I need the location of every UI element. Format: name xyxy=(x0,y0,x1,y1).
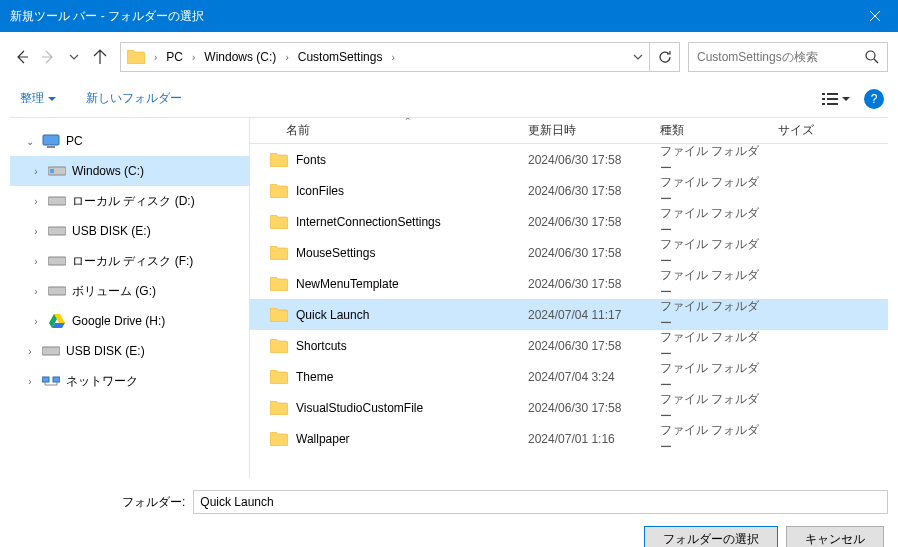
chevron-right-icon[interactable]: › xyxy=(388,52,397,63)
expand-icon[interactable]: › xyxy=(30,316,42,327)
drive-icon xyxy=(48,253,66,269)
expand-icon[interactable]: › xyxy=(30,256,42,267)
expand-icon[interactable]: › xyxy=(24,346,36,357)
file-date: 2024/06/30 17:58 xyxy=(518,153,650,167)
column-size[interactable]: サイズ xyxy=(768,122,828,139)
chevron-right-icon[interactable]: › xyxy=(282,52,291,63)
folder-icon xyxy=(270,215,288,229)
file-row[interactable]: NewMenuTemplate2024/06/30 17:58ファイル フォルダ… xyxy=(250,268,888,299)
tree-item-pc[interactable]: ⌄ PC xyxy=(10,126,249,156)
chevron-down-icon xyxy=(69,52,79,62)
main-pane: ⌄ PC › Windows (C:) › ローカル ディスク (D:) › U… xyxy=(10,118,888,478)
file-type: ファイル フォルダー xyxy=(650,360,768,394)
chevron-right-icon[interactable]: › xyxy=(189,52,198,63)
file-name: Fonts xyxy=(296,153,326,167)
expand-icon[interactable]: › xyxy=(24,376,36,387)
folder-icon xyxy=(270,153,288,167)
arrow-right-icon xyxy=(40,49,56,65)
svg-rect-10 xyxy=(50,169,54,173)
file-row[interactable]: Quick Launch2024/07/04 11:17ファイル フォルダー xyxy=(250,299,888,330)
svg-rect-11 xyxy=(48,197,66,205)
expand-icon[interactable]: › xyxy=(30,226,42,237)
file-row[interactable]: Shortcuts2024/06/30 17:58ファイル フォルダー xyxy=(250,330,888,361)
select-folder-button[interactable]: フォルダーの選択 xyxy=(644,526,778,547)
expand-icon[interactable]: › xyxy=(30,166,42,177)
svg-rect-17 xyxy=(53,377,60,382)
svg-rect-15 xyxy=(42,347,60,355)
usb-drive-icon xyxy=(48,223,66,239)
organize-button[interactable]: 整理 xyxy=(20,90,56,107)
file-date: 2024/06/30 17:58 xyxy=(518,277,650,291)
svg-rect-1 xyxy=(822,93,825,95)
file-type: ファイル フォルダー xyxy=(650,298,768,332)
view-button[interactable] xyxy=(816,88,856,110)
file-row[interactable]: InternetConnectionSettings2024/06/30 17:… xyxy=(250,206,888,237)
tree-item-network[interactable]: › ネットワーク xyxy=(10,366,249,396)
arrow-up-icon xyxy=(92,49,108,65)
search-input[interactable] xyxy=(689,50,857,64)
tree-item-gdrive-h[interactable]: › Google Drive (H:) xyxy=(10,306,249,336)
file-row[interactable]: Wallpaper2024/07/01 1:16ファイル フォルダー xyxy=(250,423,888,454)
folder-icon xyxy=(270,370,288,384)
back-button[interactable] xyxy=(10,45,34,69)
breadcrumb-root[interactable] xyxy=(121,43,151,71)
file-date: 2024/07/04 11:17 xyxy=(518,308,650,322)
forward-button[interactable] xyxy=(36,45,60,69)
folder-input[interactable] xyxy=(193,490,888,514)
file-row[interactable]: Theme2024/07/04 3:24ファイル フォルダー xyxy=(250,361,888,392)
breadcrumb-customsettings[interactable]: CustomSettings xyxy=(292,43,389,71)
close-button[interactable] xyxy=(852,0,898,32)
address-dropdown[interactable] xyxy=(627,43,649,71)
folder-icon xyxy=(270,308,288,322)
caret-down-icon xyxy=(842,95,850,103)
file-pane: ⌃ 名前 更新日時 種類 サイズ Fonts2024/06/30 17:58ファ… xyxy=(250,118,888,478)
svg-rect-12 xyxy=(48,227,66,235)
up-button[interactable] xyxy=(88,45,112,69)
file-row[interactable]: IconFiles2024/06/30 17:58ファイル フォルダー xyxy=(250,175,888,206)
tree-item-local-f[interactable]: › ローカル ディスク (F:) xyxy=(10,246,249,276)
usb-drive-icon xyxy=(42,343,60,359)
list-view-icon xyxy=(822,92,838,106)
sort-indicator-icon: ⌃ xyxy=(404,118,412,126)
file-row[interactable]: VisualStudioCustomFile2024/06/30 17:58ファ… xyxy=(250,392,888,423)
search-box[interactable] xyxy=(688,42,888,72)
tree-item-volume-g[interactable]: › ボリューム (G:) xyxy=(10,276,249,306)
cancel-button[interactable]: キャンセル xyxy=(786,526,884,547)
recent-dropdown[interactable] xyxy=(62,45,86,69)
refresh-button[interactable] xyxy=(649,43,679,71)
file-type: ファイル フォルダー xyxy=(650,144,768,177)
column-name[interactable]: 名前 xyxy=(250,122,518,139)
folder-label: フォルダー: xyxy=(122,494,185,511)
tree-item-windows-c[interactable]: › Windows (C:) xyxy=(10,156,249,186)
arrow-left-icon xyxy=(14,49,30,65)
tree-item-local-d[interactable]: › ローカル ディスク (D:) xyxy=(10,186,249,216)
breadcrumb-windows-c[interactable]: Windows (C:) xyxy=(198,43,282,71)
expand-icon[interactable]: › xyxy=(30,196,42,207)
svg-rect-8 xyxy=(47,146,55,148)
file-list: Fonts2024/06/30 17:58ファイル フォルダーIconFiles… xyxy=(250,144,888,478)
expand-icon[interactable]: › xyxy=(30,286,42,297)
search-button[interactable] xyxy=(857,50,887,64)
svg-rect-13 xyxy=(48,257,66,265)
file-name: Theme xyxy=(296,370,333,384)
chevron-right-icon[interactable]: › xyxy=(151,52,160,63)
help-button[interactable]: ? xyxy=(864,89,884,109)
file-row[interactable]: MouseSettings2024/06/30 17:58ファイル フォルダー xyxy=(250,237,888,268)
navbar: › PC › Windows (C:) › CustomSettings › xyxy=(10,38,888,76)
column-type[interactable]: 種類 xyxy=(650,122,768,139)
file-date: 2024/06/30 17:58 xyxy=(518,339,650,353)
collapse-icon[interactable]: ⌄ xyxy=(24,136,36,147)
file-type: ファイル フォルダー xyxy=(650,267,768,301)
new-folder-button[interactable]: 新しいフォルダー xyxy=(86,90,182,107)
file-row[interactable]: Fonts2024/06/30 17:58ファイル フォルダー xyxy=(250,144,888,175)
file-date: 2024/06/30 17:58 xyxy=(518,401,650,415)
network-icon xyxy=(42,373,60,389)
help-icon: ? xyxy=(871,92,878,106)
gdrive-icon xyxy=(48,313,66,329)
svg-rect-2 xyxy=(827,93,838,95)
tree-item-usb-e-root[interactable]: › USB DISK (E:) xyxy=(10,336,249,366)
address-bar[interactable]: › PC › Windows (C:) › CustomSettings › xyxy=(120,42,680,72)
tree-item-usb-e[interactable]: › USB DISK (E:) xyxy=(10,216,249,246)
column-date[interactable]: 更新日時 xyxy=(518,122,650,139)
breadcrumb-pc[interactable]: PC xyxy=(160,43,189,71)
